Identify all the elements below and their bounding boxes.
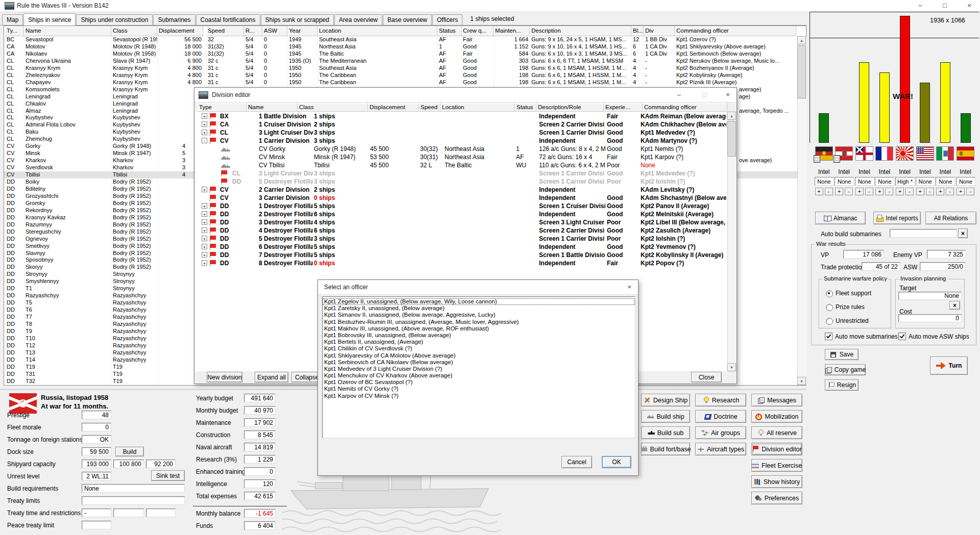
- flag-france[interactable]: [876, 147, 893, 160]
- table-row[interactable]: CLKrasnyy KrymKrasnyy Krym4 80031 c5/401…: [4, 65, 797, 72]
- division-row[interactable]: CV MinskMinsk (R 1947)53 50030(31)Northe…: [195, 153, 727, 161]
- auto-build-field[interactable]: [890, 229, 957, 238]
- radio-prize-rules[interactable]: [826, 304, 833, 311]
- new-division-button[interactable]: New division: [207, 372, 242, 383]
- info-field-shipyard-capacity[interactable]: 193 000: [82, 460, 111, 468]
- flag-spain[interactable]: [957, 147, 974, 160]
- division-row[interactable]: +DD4 Destroyer Flotilla6 shipsScreen 2 C…: [195, 226, 727, 235]
- division-row[interactable]: +DD2 Destroyer Flotilla6 shipsIndependen…: [195, 210, 727, 218]
- radio-fleet-support[interactable]: [826, 290, 833, 297]
- division-row[interactable]: CV GorkyGorky (R 1948)45 50030(32)Northe…: [195, 145, 727, 153]
- column-header-status[interactable]: Status: [437, 26, 461, 36]
- info-field-fleet-morale[interactable]: 0: [82, 423, 111, 431]
- officer-item[interactable]: Kpt1 Shklyarevsky of CA Molotov (Above a…: [323, 352, 635, 359]
- intel-minus-button[interactable]: -: [825, 188, 833, 195]
- division-editor-title-bar[interactable]: Division editor – □ ×: [194, 88, 737, 103]
- division-row[interactable]: -CV1 Carrier Division3 shipsIndependentG…: [195, 137, 727, 145]
- intel-plus-button[interactable]: +: [855, 188, 864, 195]
- division-row[interactable]: +DD6 Destroyer Flotilla5 shipsIndependen…: [195, 243, 727, 251]
- tree-expander-icon[interactable]: +: [202, 236, 207, 241]
- grid-button-build-ship[interactable]: Build ship: [641, 410, 690, 423]
- intel-minus-button[interactable]: -: [885, 188, 893, 195]
- division-row[interactable]: CL3 Light Cruiser Divisi3 shipsScreen 1 …: [195, 169, 727, 177]
- close-button[interactable]: Close: [691, 372, 722, 383]
- intel-plus-button[interactable]: +: [815, 188, 823, 195]
- officer-item[interactable]: Kpt1 Chilikin of CV Sverdlovsk (?): [323, 345, 635, 352]
- officer-item[interactable]: Kpt1 Zegelov II, unassigned, (Below aver…: [323, 298, 635, 305]
- column-header-speed[interactable]: Speed: [206, 26, 244, 36]
- info-field-treaty-time-and-restrictions[interactable]: [146, 508, 176, 517]
- intel-plus-button[interactable]: +: [936, 188, 944, 195]
- division-row[interactable]: CV TbilisiTbilisi45 50032 LThe BalticWU1…: [195, 161, 727, 169]
- intel-minus-button[interactable]: -: [926, 188, 934, 195]
- info-field-tonnage-on-foreign-stations[interactable]: OK: [82, 435, 111, 444]
- flag-germany[interactable]: [816, 147, 832, 160]
- column-header-asw[interactable]: ASW: [262, 26, 287, 36]
- all-relations-button[interactable]: All Relations: [925, 212, 976, 224]
- officer-item[interactable]: Kpt1 Zaretsky II, unassigned, (Below ave…: [323, 305, 635, 312]
- scroll-down-icon[interactable]: ▼: [727, 363, 736, 371]
- division-row[interactable]: +BX1 Battle Division1 shipsIndependentFa…: [195, 112, 727, 120]
- tree-expander-icon[interactable]: +: [202, 260, 207, 266]
- division-row[interactable]: +DD8 Destroyer Flotilla0 shipsIndependen…: [195, 259, 727, 267]
- table-row[interactable]: CLChervona UkrainaSlava (R 1947)6 90032 …: [4, 58, 797, 65]
- scroll-up-icon[interactable]: ▲: [797, 36, 806, 44]
- grid-button-air-groups[interactable]: Air groups: [695, 426, 746, 439]
- tab-map[interactable]: Map: [2, 14, 23, 25]
- intel-minus-button[interactable]: -: [845, 188, 853, 195]
- info-field-shipyard-capacity[interactable]: 92 200: [146, 460, 176, 468]
- division-row[interactable]: +CV2 Carrier Division2 shipsIndependentK…: [195, 186, 727, 194]
- division-row[interactable]: CV3 Carrier Division0 shipsIndependentGo…: [195, 194, 727, 202]
- tree-expander-icon[interactable]: +: [202, 252, 207, 258]
- radio-unrestricted[interactable]: [826, 318, 833, 325]
- intel-level-box-italy[interactable]: None: [936, 177, 955, 186]
- grid-button-aircraft-types[interactable]: Aircraft types: [695, 443, 746, 455]
- tab-ships-sunk-or-scrapped[interactable]: Ships sunk or scrapped: [261, 14, 334, 25]
- invasion-clear-button[interactable]: ×: [949, 301, 960, 310]
- division-row[interactable]: DD5 Destroyer Flotilla3 shipsScreen 1 Ca…: [195, 177, 727, 186]
- close-icon[interactable]: ×: [622, 282, 637, 292]
- tab-officers[interactable]: Officers: [432, 14, 462, 25]
- officer-dialog-title-bar[interactable]: Select an officer ×: [318, 280, 638, 295]
- intel-plus-button[interactable]: +: [835, 188, 843, 195]
- column-header-name[interactable]: Name: [24, 26, 111, 36]
- column-header-description[interactable]: Description: [530, 26, 631, 36]
- intel-level-box-france[interactable]: None: [875, 177, 894, 186]
- officer-item[interactable]: Kpt1 Bestuzhev-Riumin III, unassigned, (…: [323, 319, 635, 325]
- column-header-ty[interactable]: Ty...: [5, 26, 24, 36]
- column-header-displacement[interactable]: Displacement: [157, 26, 203, 36]
- grid-button-build-fort-base[interactable]: Build fort/base: [641, 443, 690, 455]
- column-header-crew-q[interactable]: Crew q...: [461, 26, 494, 36]
- officer-item[interactable]: Kpt1 Simanov II, unassigned, (Below aver…: [323, 312, 635, 318]
- tab-submarines[interactable]: Submarines: [153, 14, 195, 25]
- division-row[interactable]: +DD3 Destroyer Flotilla4 shipsScreen 3 L…: [195, 218, 727, 226]
- officer-item[interactable]: Kpt1 Menchukov of CV Kharkov (Above aver…: [323, 372, 635, 379]
- flag-united-states[interactable]: [917, 147, 934, 160]
- officer-item[interactable]: Kpt1 Ozerov of BC Sevastopol (?): [323, 379, 635, 386]
- officer-item[interactable]: Kpt1 Karpov of CV Minsk (?): [323, 393, 635, 399]
- tree-expander-icon[interactable]: +: [202, 113, 207, 119]
- checkbox-auto-move-asw-ships[interactable]: [898, 333, 906, 340]
- scroll-down-icon[interactable]: ▼: [797, 377, 806, 385]
- info-field-treaty-time-and-restrictions[interactable]: -: [82, 508, 111, 517]
- column-header-commanding-officer[interactable]: Commanding officer: [675, 26, 796, 36]
- checkbox-auto-move-submarines[interactable]: [825, 333, 832, 340]
- column-header-bl[interactable]: Bl...: [631, 26, 644, 36]
- grid-button-fleet-exercise[interactable]: Fleet Exercise: [751, 459, 802, 472]
- save-button[interactable]: Save: [825, 349, 859, 360]
- grid-button-messages[interactable]: Messages: [751, 394, 802, 406]
- column-header-description-role[interactable]: Description/Role: [536, 103, 604, 112]
- table-row[interactable]: CANikolaevMolotov (R 1958)18 00031(32)5/…: [4, 50, 797, 58]
- flag-united-kingdom[interactable]: [856, 147, 873, 160]
- cancel-button[interactable]: Cancel: [561, 456, 592, 468]
- tree-expander-icon[interactable]: +: [202, 211, 207, 217]
- column-header-speed[interactable]: Speed: [419, 103, 440, 112]
- division-row[interactable]: +CA1 Cruiser Division2 shipsScreen 2 Car…: [195, 120, 727, 129]
- column-header-class[interactable]: Class: [298, 103, 368, 112]
- column-header-year[interactable]: Year: [287, 26, 317, 36]
- grid-button-all-reserve[interactable]: All reserve: [751, 426, 802, 439]
- officer-item[interactable]: Kpt1 Bobrovsky III, unassigned, (Below a…: [323, 332, 635, 339]
- tree-expander-icon[interactable]: +: [202, 121, 207, 127]
- column-header-r[interactable]: R...: [244, 26, 262, 36]
- column-header-location[interactable]: Location: [440, 103, 515, 112]
